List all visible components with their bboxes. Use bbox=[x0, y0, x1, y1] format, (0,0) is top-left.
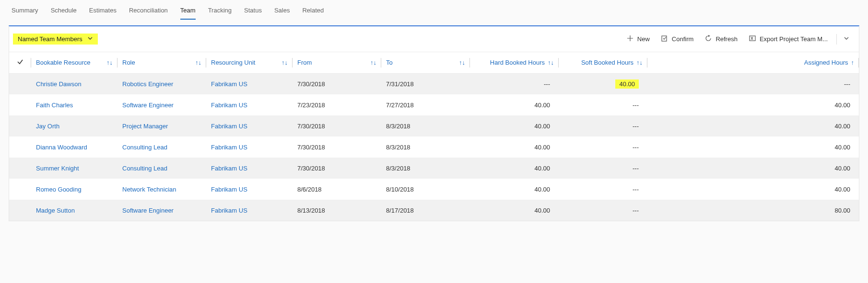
cell-resource[interactable]: Jay Orth bbox=[31, 115, 117, 136]
cell-unit[interactable]: Fabrikam US bbox=[206, 158, 293, 179]
cell-role[interactable]: Software Engineer bbox=[117, 94, 206, 115]
row-select[interactable] bbox=[9, 136, 31, 158]
excel-icon bbox=[749, 35, 756, 43]
cell-assigned: 40.00 bbox=[647, 94, 859, 115]
confirm-button[interactable]: Confirm bbox=[656, 33, 700, 45]
cell-soft: --- bbox=[559, 136, 647, 158]
confirm-icon bbox=[661, 35, 668, 43]
export-label: Export Project Team M... bbox=[760, 35, 828, 43]
new-button[interactable]: New bbox=[621, 33, 656, 45]
col-role-label: Role bbox=[122, 59, 135, 66]
tab-strip: SummaryScheduleEstimatesReconciliationTe… bbox=[0, 0, 868, 20]
toolbar-divider bbox=[836, 34, 837, 45]
cell-soft: --- bbox=[559, 115, 647, 136]
cell-to: 8/3/2018 bbox=[381, 158, 470, 179]
row-select[interactable] bbox=[9, 115, 31, 136]
cell-to: 8/17/2018 bbox=[381, 200, 470, 221]
col-assigned[interactable]: Assigned Hours ↑ bbox=[647, 52, 859, 73]
view-selector[interactable]: Named Team Members bbox=[13, 34, 98, 45]
table-row[interactable]: Summer KnightConsulting LeadFabrikam US7… bbox=[9, 158, 859, 179]
col-hard[interactable]: Hard Booked Hours ↑↓ bbox=[470, 52, 559, 73]
cell-unit[interactable]: Fabrikam US bbox=[206, 136, 293, 158]
toolbar: Named Team Members New Confirm Refresh bbox=[9, 26, 859, 52]
tab-estimates[interactable]: Estimates bbox=[89, 5, 117, 20]
cell-assigned: 40.00 bbox=[647, 179, 859, 200]
refresh-button[interactable]: Refresh bbox=[699, 33, 743, 45]
cell-hard: --- bbox=[470, 73, 559, 94]
cell-to: 8/10/2018 bbox=[381, 179, 470, 200]
tab-summary[interactable]: Summary bbox=[12, 5, 38, 20]
tab-status[interactable]: Status bbox=[244, 5, 262, 20]
cell-resource[interactable]: Dianna Woodward bbox=[31, 136, 117, 158]
cell-to: 7/31/2018 bbox=[381, 73, 470, 94]
sort-icon: ↑↓ bbox=[367, 59, 376, 66]
cell-resource[interactable]: Faith Charles bbox=[31, 94, 117, 115]
cell-soft: 40.00 bbox=[559, 73, 647, 94]
new-label: New bbox=[637, 35, 650, 43]
export-button[interactable]: Export Project Team M... bbox=[743, 33, 833, 45]
sort-icon: ↑↓ bbox=[633, 59, 643, 66]
cell-from: 7/30/2018 bbox=[293, 136, 381, 158]
col-from[interactable]: From ↑↓ bbox=[293, 52, 381, 73]
col-role[interactable]: Role ↑↓ bbox=[117, 52, 206, 73]
cell-from: 7/23/2018 bbox=[293, 94, 381, 115]
cell-unit[interactable]: Fabrikam US bbox=[206, 179, 293, 200]
cell-soft: --- bbox=[559, 179, 647, 200]
select-all-header[interactable] bbox=[9, 52, 31, 73]
table-row[interactable]: Jay OrthProject ManagerFabrikam US7/30/2… bbox=[9, 115, 859, 136]
cell-from: 8/13/2018 bbox=[293, 200, 381, 221]
col-assigned-label: Assigned Hours bbox=[804, 59, 848, 66]
cell-assigned: 40.00 bbox=[647, 115, 859, 136]
tab-related[interactable]: Related bbox=[302, 5, 324, 20]
tab-schedule[interactable]: Schedule bbox=[51, 5, 77, 20]
cell-unit[interactable]: Fabrikam US bbox=[206, 73, 293, 94]
tab-tracking[interactable]: Tracking bbox=[208, 5, 232, 20]
col-soft[interactable]: Soft Booked Hours ↑↓ bbox=[559, 52, 647, 73]
row-select[interactable] bbox=[9, 158, 31, 179]
cell-unit[interactable]: Fabrikam US bbox=[206, 94, 293, 115]
sort-icon: ↑↓ bbox=[545, 59, 554, 66]
cell-role[interactable]: Robotics Engineer bbox=[117, 73, 206, 94]
table-row[interactable]: Dianna WoodwardConsulting LeadFabrikam U… bbox=[9, 136, 859, 158]
cell-resource[interactable]: Romeo Gooding bbox=[31, 179, 117, 200]
cell-hard: 40.00 bbox=[470, 179, 559, 200]
cell-resource[interactable]: Summer Knight bbox=[31, 158, 117, 179]
col-to[interactable]: To ↑↓ bbox=[381, 52, 470, 73]
cell-unit[interactable]: Fabrikam US bbox=[206, 200, 293, 221]
table-row[interactable]: Madge SuttonSoftware EngineerFabrikam US… bbox=[9, 200, 859, 221]
row-select[interactable] bbox=[9, 94, 31, 115]
cell-role[interactable]: Consulting Lead bbox=[117, 136, 206, 158]
cell-resource[interactable]: Christie Dawson bbox=[31, 73, 117, 94]
tab-reconciliation[interactable]: Reconciliation bbox=[129, 5, 168, 20]
team-panel: Named Team Members New Confirm Refresh bbox=[9, 25, 859, 221]
row-select[interactable] bbox=[9, 200, 31, 221]
cell-role[interactable]: Project Manager bbox=[117, 115, 206, 136]
table-row[interactable]: Romeo GoodingNetwork TechnicianFabrikam … bbox=[9, 179, 859, 200]
cell-hard: 40.00 bbox=[470, 136, 559, 158]
cell-role[interactable]: Network Technician bbox=[117, 179, 206, 200]
col-hard-label: Hard Booked Hours bbox=[490, 59, 545, 66]
cell-hard: 40.00 bbox=[470, 115, 559, 136]
tab-team[interactable]: Team bbox=[180, 5, 196, 20]
cell-role[interactable]: Consulting Lead bbox=[117, 158, 206, 179]
cell-from: 7/30/2018 bbox=[293, 73, 381, 94]
tab-sales[interactable]: Sales bbox=[274, 5, 290, 20]
table-row[interactable]: Christie DawsonRobotics EngineerFabrikam… bbox=[9, 73, 859, 94]
cell-hard: 40.00 bbox=[470, 200, 559, 221]
row-select[interactable] bbox=[9, 73, 31, 94]
col-unit[interactable]: Resourcing Unit ↑↓ bbox=[206, 52, 293, 73]
cell-assigned: --- bbox=[647, 73, 859, 94]
col-resource[interactable]: Bookable Resource ↑↓ bbox=[31, 52, 117, 73]
cell-role[interactable]: Software Engineer bbox=[117, 200, 206, 221]
cell-hard: 40.00 bbox=[470, 158, 559, 179]
cell-soft: --- bbox=[559, 94, 647, 115]
row-select[interactable] bbox=[9, 179, 31, 200]
more-commands-button[interactable] bbox=[840, 34, 853, 45]
plus-icon bbox=[627, 35, 633, 43]
header-row: Bookable Resource ↑↓ Role ↑↓ Resourcing … bbox=[9, 52, 859, 73]
table-row[interactable]: Faith CharlesSoftware EngineerFabrikam U… bbox=[9, 94, 859, 115]
cell-resource[interactable]: Madge Sutton bbox=[31, 200, 117, 221]
cell-unit[interactable]: Fabrikam US bbox=[206, 115, 293, 136]
svg-rect-0 bbox=[662, 36, 667, 41]
cell-assigned: 80.00 bbox=[647, 200, 859, 221]
